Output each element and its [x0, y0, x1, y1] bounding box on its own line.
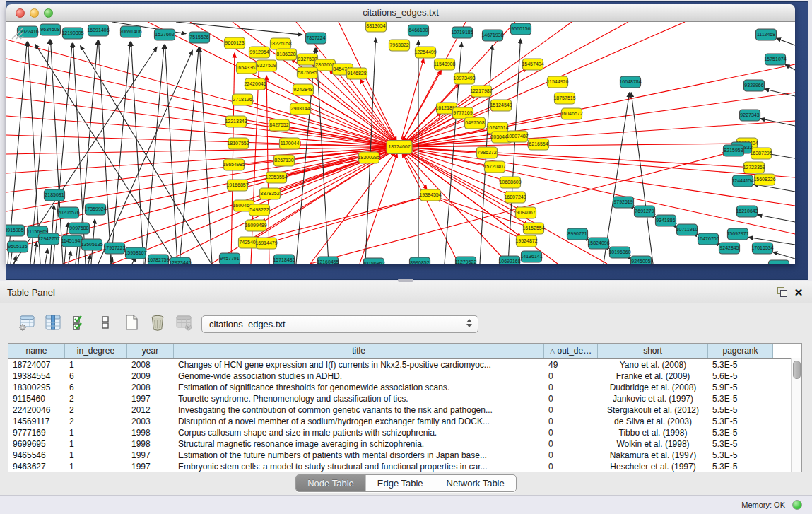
vertical-scrollbar[interactable]	[791, 358, 801, 472]
graph-node[interactable]: 8267130	[274, 155, 295, 166]
graph-node[interactable]: 1527602	[155, 29, 175, 40]
graph-edge[interactable]	[45, 249, 48, 264]
resize-grip-icon[interactable]	[6, 22, 25, 40]
graph-node[interactable]: 16152554	[522, 223, 544, 234]
cell-pagerank[interactable]: 5.3E-5	[708, 450, 773, 461]
graph-node[interactable]: 19166857	[226, 180, 248, 191]
cell-in_degree[interactable]: 2	[65, 393, 127, 404]
graph-edge[interactable]	[200, 47, 212, 264]
cell-year[interactable]: 1997	[127, 450, 174, 461]
cell-out_degree[interactable]: 0	[544, 404, 598, 416]
graph-edge[interactable]	[760, 119, 795, 126]
graph-node[interactable]: 12923445	[169, 257, 191, 264]
cell-name[interactable]: 22420046	[8, 404, 65, 416]
cell-short[interactable]: Dudbridge et al. (2008)	[598, 382, 708, 393]
graph-node[interactable]: 9792519	[613, 197, 634, 208]
table-row[interactable]: 946554611997Estimation of the future num…	[8, 450, 801, 461]
graph-node[interactable]: 7963822	[389, 40, 410, 51]
cell-out_degree[interactable]: 0	[544, 427, 598, 438]
graph-node[interactable]: 15751074	[764, 54, 786, 65]
graph-node[interactable]: 9634508	[40, 24, 61, 35]
graph-node[interactable]: 6216554	[529, 139, 549, 150]
table-panel-titlebar[interactable]: Table Panel ✕	[0, 281, 812, 303]
graph-node[interactable]: 8215953	[724, 145, 744, 156]
scrollbar-thumb[interactable]	[793, 361, 801, 379]
graph-node[interactable]: 12213343	[225, 116, 247, 127]
graph-node[interactable]: 18107552	[227, 138, 249, 149]
graph-node[interactable]: 11451945	[61, 235, 83, 247]
network-window[interactable]: citations_edges.txt 18724007183002951938…	[6, 4, 795, 264]
graph-edge[interactable]	[283, 147, 399, 176]
graph-node[interactable]: 14136141	[520, 251, 542, 262]
close-panel-button[interactable]: ✕	[792, 286, 805, 299]
graph-edge[interactable]	[165, 45, 177, 264]
graph-node[interactable]: 16046572	[560, 108, 582, 119]
graph-edge[interactable]	[6, 148, 393, 211]
graph-node[interactable]: 16210643	[736, 206, 758, 217]
merge-rows-button[interactable]	[95, 313, 115, 332]
graph-node[interactable]: 2903144	[290, 103, 311, 115]
graph-node[interactable]: 11279522	[455, 257, 477, 264]
graph-node[interactable]: 12444154	[731, 175, 753, 187]
graph-node[interactable]: 18757515	[553, 93, 575, 104]
graph-edge[interactable]	[34, 242, 37, 264]
graph-node[interactable]: 16476706	[697, 233, 719, 245]
graph-node[interactable]: 15720407	[483, 161, 505, 173]
graph-edge[interactable]	[399, 147, 748, 167]
graph-node[interactable]: 5498222	[249, 204, 270, 216]
cell-out_degree[interactable]: 0	[544, 370, 598, 382]
graph-node[interactable]: 16782759	[147, 255, 169, 264]
table-row[interactable]: 2242004622012Investigating the contribut…	[8, 404, 801, 416]
graph-node[interactable]: 7691279	[635, 206, 655, 217]
graph-node[interactable]: 7857224	[306, 33, 326, 44]
graph-node[interactable]: 8427552	[269, 119, 290, 131]
cell-name[interactable]: 19384554	[8, 370, 65, 382]
table-row[interactable]: 911546021997Tourette syndrome. Phenomeno…	[8, 393, 801, 404]
split-pane-grip[interactable]	[398, 279, 413, 282]
cell-pagerank[interactable]: 5.9E-5	[708, 382, 773, 393]
row-select-button[interactable]	[69, 313, 89, 332]
graph-node[interactable]: 15958167	[124, 247, 146, 259]
cell-short[interactable]: Jankovic et al. (1997)	[598, 393, 708, 404]
cell-year[interactable]: 2003	[127, 416, 174, 427]
graph-edge[interactable]	[406, 148, 795, 234]
cell-title[interactable]: Estimation of significance thresholds fo…	[174, 382, 544, 393]
graph-node[interactable]: 15608226	[753, 174, 775, 185]
graph-node[interactable]: 15692971	[726, 228, 748, 240]
network-graph[interactable]: 1872400718300295193845549660123991295416…	[6, 22, 795, 264]
cell-in_degree[interactable]: 1	[65, 359, 127, 370]
cell-out_degree[interactable]: 0	[544, 393, 598, 404]
cell-short[interactable]: Nakamura et al. (1997)	[598, 450, 708, 461]
graph-node[interactable]: 8990721	[567, 228, 588, 240]
graph-node[interactable]: 11544920	[547, 76, 569, 88]
graph-node[interactable]: 9912954	[249, 47, 270, 58]
graph-node[interactable]: 16091406	[87, 25, 109, 36]
graph-edge[interactable]	[111, 42, 130, 264]
graph-edge[interactable]	[249, 197, 424, 243]
graph-node[interactable]: 15718485	[273, 255, 295, 264]
graph-node[interactable]: 16099489	[245, 220, 266, 231]
float-panel-button[interactable]	[775, 286, 788, 299]
column-header-pagerank[interactable]: pagerank	[708, 344, 773, 358]
cell-in_degree[interactable]: 2	[65, 416, 127, 427]
cell-in_degree[interactable]: 6	[65, 370, 127, 382]
cell-pagerank[interactable]: 5.5E-5	[708, 404, 773, 416]
cell-name[interactable]: 18724007	[8, 359, 65, 370]
graph-edge[interactable]	[405, 22, 685, 144]
graph-node[interactable]: 19524872	[515, 235, 537, 247]
graph-node[interactable]: 12160455	[317, 257, 339, 264]
cell-title[interactable]: Tourette syndrome. Phenomenology and cla…	[174, 393, 544, 404]
delete-column-button[interactable]	[148, 313, 167, 332]
cell-year[interactable]: 2012	[127, 404, 174, 416]
cell-year[interactable]: 1997	[127, 393, 174, 404]
cell-title[interactable]: Disruption of a novel member of a sodium…	[174, 416, 544, 427]
cell-short[interactable]: de Silva et al. (2003)	[598, 416, 708, 427]
graph-edge[interactable]	[6, 97, 393, 146]
graph-node[interactable]: 8813054	[366, 22, 387, 32]
graph-edge[interactable]	[773, 252, 795, 259]
cell-out_degree[interactable]: 0	[544, 461, 598, 472]
graph-edge[interactable]	[406, 93, 795, 146]
cell-name[interactable]: 9463627	[8, 461, 65, 472]
cell-year[interactable]: 1997	[127, 461, 174, 472]
graph-edge[interactable]	[180, 47, 199, 264]
